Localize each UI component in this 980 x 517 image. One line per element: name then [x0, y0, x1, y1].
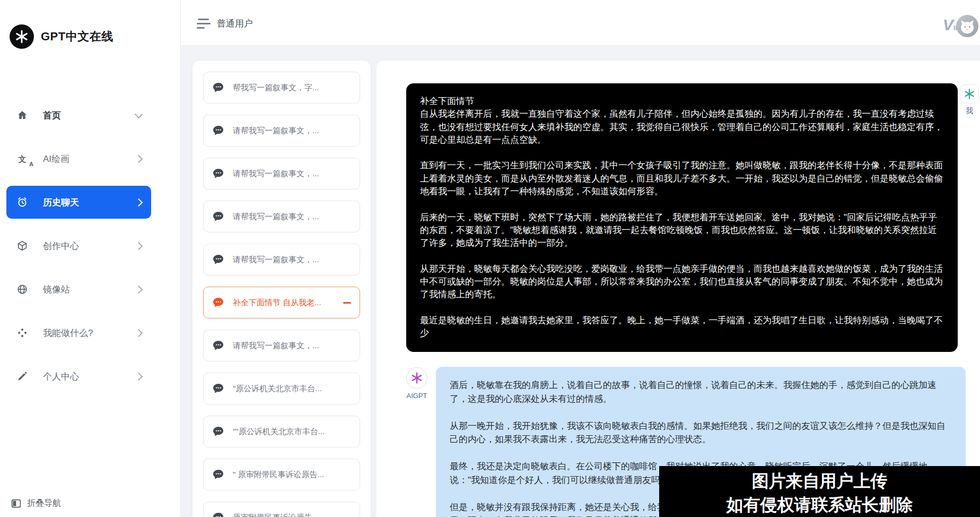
sidebar-item-label: 创作中心: [43, 240, 79, 252]
sidebar-item-home[interactable]: 首页: [6, 99, 151, 132]
app-window: GPT中文在线 首页 文A AI绘画 历史聊天 创作中心: [0, 0, 980, 517]
cat-avatar-icon: [957, 15, 978, 37]
chat-bubble-icon: [212, 167, 225, 180]
pencil-icon: [16, 370, 29, 383]
user-avatar[interactable]: [960, 84, 979, 104]
chat-item-title: 帮我写一篇叙事文，字...: [233, 83, 319, 93]
chevron-down-icon: [135, 110, 143, 118]
sidebar-item-label: 镜像站: [43, 283, 70, 296]
chevron-right-icon: [135, 198, 143, 206]
list-item[interactable]: 请帮我写一篇叙事文，...: [203, 115, 360, 147]
chat-item-title: 请帮我写一篇叙事文，...: [233, 212, 319, 222]
diamonds-icon: [16, 326, 29, 339]
vip-v-glyph: V: [943, 16, 953, 33]
topbar: 普通用户 VIP: [181, 0, 980, 46]
remove-chat-icon[interactable]: [343, 302, 351, 304]
chat-bubble-icon: [212, 81, 225, 94]
chat-item-title: 请帮我写一篇叙事文，...: [233, 126, 319, 136]
chat-item-title: 原审附带民事诉讼原告...: [233, 513, 319, 517]
user-avatar-label: 我: [960, 106, 979, 116]
translate-icon: 文A: [16, 152, 29, 165]
chevron-right-icon: [135, 329, 143, 337]
chat-item-title: 补全下面情节 自从我老...: [233, 298, 321, 308]
sidebar-nav: 首页 文A AI绘画 历史聊天 创作中心 镜像站: [6, 99, 151, 403]
chat-bubble-icon: [212, 296, 225, 309]
list-item[interactable]: 请帮我写一篇叙事文，...: [203, 158, 360, 189]
chat-item-title: " 原审附带民事诉讼原告...: [233, 470, 324, 480]
sidebar-item-personal-center[interactable]: 个人中心: [6, 360, 151, 393]
list-item-active[interactable]: 补全下面情节 自从我老...: [203, 287, 360, 318]
chevron-right-icon: [135, 285, 143, 294]
collapse-nav-label: 折叠导航: [27, 498, 61, 509]
user-message: 补全下面情节 自从我老伴离开后，我就一直独自守着这个家，虽然有儿子陪伴，但内心始…: [406, 83, 958, 352]
chat-bubble-icon: [212, 339, 225, 352]
history-clock-icon: [16, 196, 29, 209]
sidebar-item-label: 首页: [43, 109, 61, 122]
home-icon: [16, 109, 29, 122]
sidebar-item-label: 个人中心: [43, 370, 79, 383]
globe-icon: [16, 283, 29, 296]
chat-bubble-icon: [212, 124, 225, 137]
chat-item-title: 请帮我写一篇叙事文，...: [233, 255, 319, 265]
sidebar: GPT中文在线 首页 文A AI绘画 历史聊天 创作中心: [0, 0, 181, 517]
list-item[interactable]: ""原公诉机关北京市丰台...: [203, 416, 360, 447]
chat-item-title: 请帮我写一篇叙事文，...: [233, 169, 319, 179]
sidebar-item-label: 历史聊天: [43, 196, 79, 209]
sidebar-item-ai-drawing[interactable]: 文A AI绘画: [6, 142, 151, 175]
list-item[interactable]: 请帮我写一篇叙事文，...: [203, 330, 360, 361]
chat-bubble-icon: [212, 253, 225, 266]
openai-knot-icon: [10, 24, 34, 49]
list-item[interactable]: "原公诉机关北京市丰台...: [203, 373, 360, 404]
list-item[interactable]: 请帮我写一篇叙事文，...: [203, 244, 360, 275]
user-type-label: 普通用户: [217, 18, 253, 30]
chat-bubble-icon: [212, 468, 225, 481]
chat-item-title: ""原公诉机关北京市丰台...: [233, 427, 325, 437]
list-item[interactable]: 帮我写一篇叙事文，字...: [203, 72, 360, 104]
sidebar-item-label: AI绘画: [43, 153, 69, 165]
sidebar-item-mirror-site[interactable]: 镜像站: [6, 273, 151, 306]
sidebar-item-history-chat[interactable]: 历史聊天: [6, 186, 151, 219]
list-item[interactable]: " 原审附带民事诉讼原告...: [203, 459, 360, 490]
openai-knot-icon: [410, 371, 424, 385]
app-title: GPT中文在线: [41, 29, 113, 45]
chat-item-title: 请帮我写一篇叙事文，...: [233, 341, 319, 351]
chevron-right-icon: [135, 242, 143, 250]
avatar[interactable]: [956, 15, 978, 37]
chat-bubble-icon: [212, 382, 225, 395]
chevron-right-icon: [135, 154, 143, 163]
sidebar-item-creation-center[interactable]: 创作中心: [6, 229, 151, 262]
ai-avatar: [406, 367, 427, 389]
chevron-right-icon: [135, 372, 143, 381]
main-area: 帮我写一篇叙事文，字... 请帮我写一篇叙事文，... 请帮我写一篇叙事文，..…: [181, 45, 980, 517]
list-item[interactable]: 原审附带民事诉讼原告...: [203, 502, 360, 517]
cube-icon: [16, 239, 29, 252]
app-logo[interactable]: GPT中文在线: [10, 24, 113, 49]
chat-bubble-icon: [212, 210, 225, 223]
watermark-line1: 图片来自用户上传: [659, 469, 980, 493]
watermark-overlay: 图片来自用户上传 如有侵权请联系站长删除: [659, 466, 980, 517]
hamburger-icon[interactable]: [197, 19, 211, 31]
openai-knot-icon: [963, 88, 976, 100]
chat-bubble-icon: [212, 511, 225, 517]
list-item[interactable]: 请帮我写一篇叙事文，...: [203, 201, 360, 232]
sidebar-item-what-can-i-do[interactable]: 我能做什么?: [6, 316, 151, 349]
chat-history-panel: 帮我写一篇叙事文，字... 请帮我写一篇叙事文，... 请帮我写一篇叙事文，..…: [192, 61, 371, 517]
watermark-line2: 如有侵权请联系站长删除: [659, 493, 980, 517]
chat-bubble-icon: [212, 425, 225, 438]
conversation-panel: 补全下面情节 自从我老伴离开后，我就一直独自守着这个家，虽然有儿子陪伴，但内心始…: [377, 61, 980, 517]
chat-item-title: "原公诉机关北京市丰台...: [233, 384, 322, 394]
collapse-sidebar-icon: [11, 498, 22, 509]
collapse-nav-button[interactable]: 折叠导航: [11, 498, 61, 509]
sidebar-item-label: 我能做什么?: [43, 327, 93, 339]
ai-avatar-label: AIGPT: [403, 392, 431, 400]
